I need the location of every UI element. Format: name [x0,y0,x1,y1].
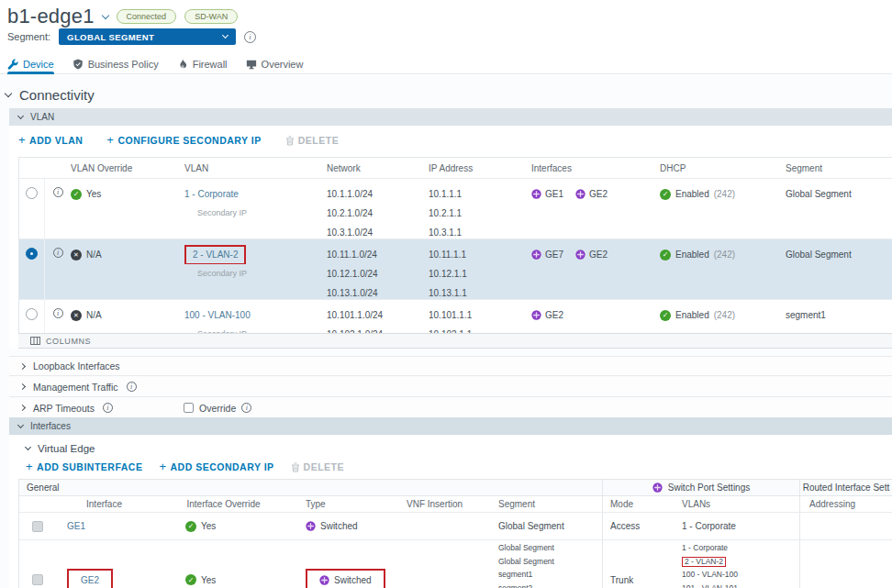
secondary-ip-label: Secondary IP [184,264,323,283]
segment-select[interactable]: GLOBAL SEGMENT [59,28,236,45]
segment-cell: Global Segment [487,513,602,539]
vlan-link[interactable]: 2 - VLAN-2 [193,250,238,260]
row-checkbox[interactable] [32,574,43,585]
add-subinterface-button[interactable]: + ADD SUBINTERFACE [26,460,142,473]
section-title: Loopback Interfaces [33,361,120,372]
tab-overview[interactable]: Overview [246,54,304,74]
annotation-box: 2 - VLAN-2 [184,245,246,264]
annotation-box: 2 - VLAN-2 [682,557,726,568]
type-badge: SD-WAN [184,9,238,24]
info-icon[interactable]: i [53,308,63,318]
row-checkbox[interactable] [32,521,43,532]
na-icon: ✕ [71,310,82,321]
col-dhcp: DHCP [660,163,786,173]
plus-icon: + [26,460,33,473]
segment-label: Segment: [7,31,50,42]
section-title: Interfaces [30,421,71,431]
vlan-link[interactable]: 100 - VLAN-100 [184,310,251,320]
interface-chip: GE1 [531,184,563,204]
monitor-icon [246,59,257,70]
interface-chip: GE2 [575,245,608,264]
chevron-down-icon [25,444,31,450]
table-row: GE1 ✓Yes Switched Global Segment Access … [19,513,892,540]
loopback-section-header[interactable]: Loopback Interfaces [9,356,892,376]
row-radio[interactable] [26,187,38,199]
shield-icon [72,59,84,70]
info-icon[interactable]: i [53,248,63,258]
tab-firewall[interactable]: Firewall [177,54,228,74]
tab-device[interactable]: Device [7,54,54,74]
arp-timeouts-section-header[interactable]: ARP Timeouts i Override i [9,398,892,418]
switch-icon [652,483,663,493]
secondary-ip-label: Secondary IP [184,204,323,223]
wrench-icon [7,59,18,70]
switch-icon [531,189,541,199]
flame-icon [177,59,188,70]
check-icon: ✓ [185,574,196,585]
col-vlans: VLANs [671,499,799,509]
columns-button[interactable]: COLUMNS [18,333,892,349]
col-interface: Interface [56,499,152,509]
section-title: Management Traffic [33,382,118,393]
management-traffic-section-header[interactable]: Management Traffic i [9,377,892,397]
col-type: Type [295,499,396,509]
switch-icon [319,575,329,585]
info-icon[interactable]: i [103,403,113,413]
tab-label: Business Policy [88,59,159,70]
arp-override-control: Override i [184,403,251,414]
col-network: Network [327,163,429,173]
col-vnf-insertion: VNF Insertion [396,499,487,509]
col-interface-override: Interface Override [152,499,295,509]
interfaces-section-header[interactable]: Interfaces [9,417,892,435]
row-radio[interactable] [26,308,38,320]
group-switch-port-settings: Switch Port Settings [602,480,799,495]
interface-link[interactable]: GE1 [67,521,85,531]
check-icon: ✓ [71,189,82,200]
col-ip-address: IP Address [429,163,531,173]
status-badge: Connected [117,9,177,24]
virtual-edge-section-header[interactable]: Virtual Edge [26,443,95,454]
info-icon[interactable]: i [53,187,63,197]
edge-dropdown-chevron-icon[interactable] [101,11,108,18]
switch-icon [575,250,585,260]
segment-info-icon[interactable]: i [244,31,256,43]
tab-business-policy[interactable]: Business Policy [72,54,159,74]
interfaces-table-group-header: General Switch Port Settings Routed Inte… [19,480,892,496]
chevron-right-icon [19,405,26,411]
table-row: GE2 ✓Yes Switched Global Segment Global … [19,540,892,588]
connectivity-section-header[interactable]: Connectivity [6,87,95,103]
chevron-right-icon [19,383,26,390]
row-radio[interactable] [26,248,38,260]
add-secondary-ip-button[interactable]: + ADD SECONDARY IP [159,460,273,473]
chevron-down-icon [17,112,24,118]
interface-link[interactable]: GE2 [81,575,99,585]
delete-vlan-button[interactable]: DELETE [285,135,339,146]
tab-bar: Device Business Policy Firewall Overview [0,54,892,74]
check-icon: ✓ [660,250,671,261]
info-icon[interactable]: i [127,382,137,392]
vlan-link[interactable]: 1 - Corporate [184,189,239,199]
override-label: Override [199,403,236,414]
override-checkbox[interactable] [184,403,194,413]
col-vlan: VLAN [184,163,327,173]
tab-label: Device [23,59,54,70]
table-row: i ✓Yes 1 - Corporate Secondary IP 10.1.1… [19,179,892,239]
interfaces-table-header: Interface Interface Override Type VNF In… [19,496,892,513]
vlan-table: VLAN Override VLAN Network IP Address In… [18,157,892,334]
switch-icon [531,250,541,260]
virtual-edge-actions: + ADD SUBINTERFACE + ADD SECONDARY IP DE… [26,460,344,473]
vlan-section-header[interactable]: VLAN [9,108,892,126]
chevron-down-icon [17,421,24,427]
switch-icon [575,189,585,199]
plus-icon: + [18,133,26,147]
delete-subinterface-button[interactable]: DELETE [291,461,344,472]
col-addressing: Addressing [799,496,892,512]
annotation-box: GE2 [67,569,113,588]
table-row-selected: i ✕N/A 2 - VLAN-2 Secondary IP 10.11.1.0… [19,239,892,300]
add-vlan-button[interactable]: + ADD VLAN [18,134,83,147]
chevron-down-icon [5,90,12,97]
configure-secondary-ip-button[interactable]: + CONFIGURE SECONDARY IP [106,134,261,147]
check-icon: ✓ [185,521,196,532]
info-icon[interactable]: i [241,403,251,413]
col-interfaces: Interfaces [531,163,660,173]
